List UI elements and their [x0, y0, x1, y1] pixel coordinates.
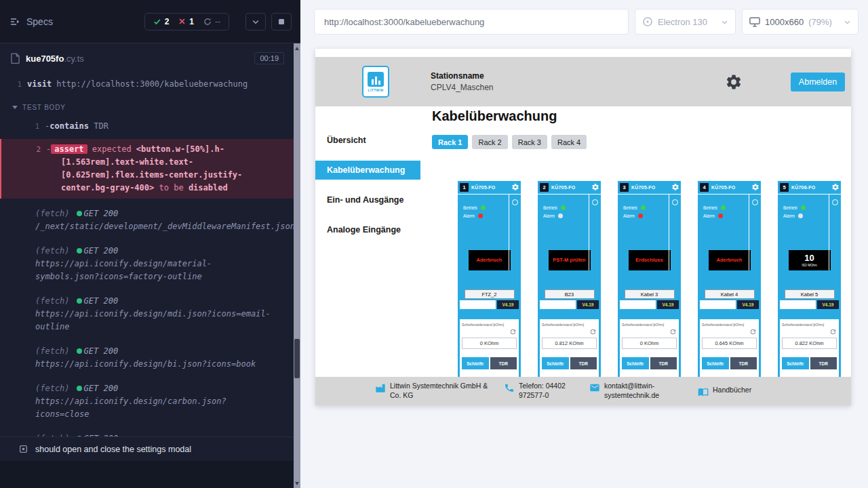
alarm-led: [798, 214, 803, 218]
browser-select[interactable]: Electron 130: [635, 9, 736, 35]
stat-passed: 2: [153, 17, 170, 26]
tdr-button[interactable]: TDR: [730, 357, 757, 369]
reporter-scrollbar[interactable]: [294, 43, 300, 488]
tdr-button[interactable]: TDR: [650, 357, 677, 369]
rack-tabs: Rack 1 Rack 2 Rack 3 Rack 4: [432, 135, 851, 149]
measurement-panel: Schleifenwiderstand [kOhm] 0.822 KOhm Sc…: [780, 319, 839, 377]
refresh-icon[interactable]: [669, 328, 677, 336]
tab-rack-4[interactable]: Rack 4: [551, 135, 587, 149]
tab-rack-2[interactable]: Rack 2: [472, 135, 507, 149]
firmware-version: V4.19: [657, 300, 679, 309]
cable-name: B23: [545, 289, 595, 299]
station-label: Stationsname: [431, 71, 494, 81]
command-name: visit: [27, 79, 52, 89]
cypress-runner-window: Specs 2 1 --: [0, 0, 868, 488]
sidebar-item-kabelueberwachung[interactable]: Kabelüberwachung: [315, 161, 420, 180]
scroll-up-arrow[interactable]: [294, 44, 300, 52]
sidebar-item-analoge-eingaenge[interactable]: Analoge Eingänge: [315, 220, 420, 239]
resistance-value: 0.812 KOhm: [542, 338, 597, 349]
cable-name-input: [780, 300, 816, 309]
module-gear-icon[interactable]: [831, 183, 840, 191]
alarm-led: [718, 214, 723, 218]
url-bar[interactable]: http://localhost:3000/kabelueberwachung: [314, 9, 629, 35]
collapse-button[interactable]: [245, 13, 266, 30]
status-ok-dot: [77, 298, 82, 304]
app-under-test: LITTWIN Stationsname CPLV4_Maschen Abmel…: [315, 49, 851, 405]
betrieb-led: [641, 205, 646, 210]
pending-icon: [203, 18, 212, 26]
resistance-value: 0.822 KOhm: [782, 338, 837, 349]
module-number: 2: [540, 183, 549, 192]
fetch-log-row[interactable]: (fetch)GET 200 https://api.iconify.desig…: [0, 293, 300, 336]
command-number: 2: [31, 143, 41, 195]
viewport-select[interactable]: 1000x660 (79%): [742, 9, 859, 35]
refresh-icon[interactable]: [589, 328, 597, 336]
command-row-contains[interactable]: 1 -contains TDR: [0, 118, 300, 135]
schleife-button[interactable]: Schleife: [702, 357, 729, 369]
command-row-visit[interactable]: 1 visit http://localhost:3000/kabelueber…: [0, 76, 300, 93]
schleife-button[interactable]: Schleife: [462, 357, 489, 369]
spec-file-row[interactable]: kue705fo.cy.ts 00:19: [0, 43, 300, 73]
module-model: KÜ705-FO: [551, 185, 575, 190]
browser-name: Electron 130: [658, 17, 707, 27]
settings-gear-icon[interactable]: [725, 73, 743, 91]
module-indicator-ring: [592, 199, 598, 205]
refresh-icon[interactable]: [829, 328, 837, 336]
module-gear-icon[interactable]: [671, 183, 679, 191]
measurement-panel: Schleifenwiderstand [kOhm] 0.645 KOhm Sc…: [700, 319, 759, 377]
footer-email[interactable]: kontakt@littwin-systemtechnik.de: [589, 382, 682, 400]
footer-manuals-link[interactable]: Handbücher: [698, 386, 751, 397]
module-gear-icon[interactable]: [751, 183, 760, 191]
resistance-value: 0 KOhm: [462, 338, 517, 349]
module-model: KÜ706-FO: [791, 185, 815, 190]
test-body-section-header[interactable]: TEST BODY: [0, 94, 300, 118]
schleife-button[interactable]: Schleife: [782, 357, 809, 369]
fetch-log-row[interactable]: (fetch)GET 200 https://api.iconify.desig…: [0, 380, 300, 423]
status-ok-dot: [77, 386, 82, 391]
reporter-header: Specs 2 1 --: [0, 0, 300, 43]
check-icon: [153, 18, 161, 26]
failed-assert-row[interactable]: 2 -assert expected <button.w-[50%].h-[1.…: [0, 139, 300, 199]
refresh-icon[interactable]: [749, 328, 757, 336]
module-gear-icon[interactable]: [511, 183, 519, 191]
command-arg: TDR: [94, 121, 108, 131]
app-content: Kabelüberwachung Rack 1 Rack 2 Rack 3 Ra…: [420, 106, 851, 377]
tdr-button[interactable]: TDR: [810, 357, 837, 369]
cable-name: FTZ_2: [465, 289, 515, 299]
command-number: 1: [12, 78, 22, 91]
specs-menu-button[interactable]: Specs: [9, 16, 53, 27]
tdr-button[interactable]: TDR: [490, 357, 517, 369]
app-sidebar: Übersicht Kabelüberwachung Ein- und Ausg…: [315, 106, 420, 377]
refresh-icon[interactable]: [509, 328, 517, 336]
module-number: 4: [700, 183, 709, 192]
tab-rack-3[interactable]: Rack 3: [512, 135, 547, 149]
footer-company: Littwin Systemtechnik GmbH & Co. KG: [375, 382, 496, 400]
tab-rack-1[interactable]: Rack 1: [432, 135, 468, 149]
scroll-down-arrow[interactable]: [294, 479, 300, 487]
next-test-row[interactable]: should open and close the settings modal: [0, 436, 300, 461]
electron-icon: [642, 16, 653, 27]
logout-button[interactable]: Abmelden: [791, 73, 845, 92]
tdr-button[interactable]: TDR: [570, 357, 597, 369]
fetch-log-row[interactable]: (fetch)GET 200 /_next/static/development…: [0, 205, 300, 235]
sidebar-item-uebersicht[interactable]: Übersicht: [315, 131, 420, 150]
fetch-log-row[interactable]: (fetch)GET 200 https://api.iconify.desig…: [0, 343, 300, 373]
schleife-button[interactable]: Schleife: [542, 357, 569, 369]
fetch-log-row[interactable]: (fetch)GET 200 https://api.iconify.desig…: [0, 243, 300, 285]
sidebar-item-ein-und-ausgaenge[interactable]: Ein- und Ausgänge: [315, 190, 420, 209]
reporter-footer: [0, 461, 300, 488]
module-gear-icon[interactable]: [591, 183, 599, 191]
stop-button[interactable]: [271, 13, 292, 30]
stage-panel: http://localhost:3000/kabelueberwachung …: [300, 0, 868, 488]
next-test-title: should open and close the settings modal: [35, 445, 191, 454]
module-card-1: 1 KÜ705-FO Betrieb Alarm Aderbruch: [458, 181, 521, 377]
stop-icon: [278, 18, 285, 25]
stat-failed: 1: [178, 17, 194, 26]
assert-badge: assert: [51, 144, 87, 154]
cable-name-input: [460, 300, 496, 309]
scrollbar-thumb[interactable]: [294, 339, 300, 378]
app-body: Übersicht Kabelüberwachung Ein- und Ausg…: [315, 106, 851, 377]
phone-icon: [504, 382, 515, 393]
schleife-button[interactable]: Schleife: [622, 357, 649, 369]
module-card-5: 5 KÜ706-FO Betrieb Alarm 10: [778, 181, 841, 377]
